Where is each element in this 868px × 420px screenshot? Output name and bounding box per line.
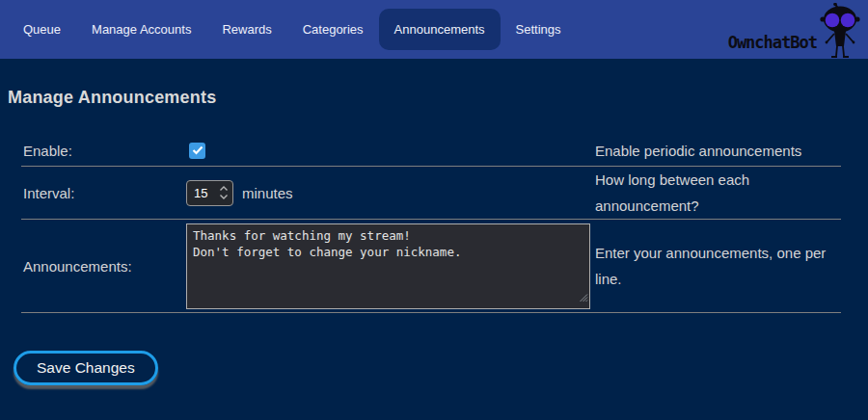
brand-logo: OwnchatBot bbox=[728, 0, 862, 59]
interval-label: Interval: bbox=[21, 185, 186, 201]
nav-item-manage-accounts[interactable]: Manage Accounts bbox=[76, 9, 206, 50]
announcements-label: Announcements: bbox=[21, 258, 186, 275]
brand-name: OwnchatBot bbox=[728, 33, 817, 59]
nav-item-queue[interactable]: Queue bbox=[8, 9, 76, 50]
enable-label: Enable: bbox=[21, 143, 186, 159]
announcements-settings-form: Enable: Enable periodic announcements In… bbox=[21, 135, 841, 313]
interval-input[interactable]: 15 bbox=[186, 180, 233, 206]
nav-item-announcements[interactable]: Announcements bbox=[379, 9, 501, 50]
form-row-announcements: Announcements: Thanks for watching my st… bbox=[21, 220, 841, 313]
form-row-interval: Interval: 15 minutes How long between ea… bbox=[21, 167, 841, 220]
robot-mascot-icon bbox=[818, 3, 862, 63]
nav-item-rewards[interactable]: Rewards bbox=[206, 9, 286, 50]
interval-unit-label: minutes bbox=[242, 185, 293, 201]
top-nav-bar: Queue Manage Accounts Rewards Categories… bbox=[0, 0, 868, 59]
enable-help-text: Enable periodic announcements bbox=[595, 138, 841, 164]
nav-item-categories[interactable]: Categories bbox=[287, 9, 379, 50]
nav-item-settings[interactable]: Settings bbox=[501, 9, 577, 50]
page-title: Manage Announcements bbox=[8, 88, 868, 108]
enable-checkbox[interactable] bbox=[189, 143, 205, 159]
form-row-enable: Enable: Enable periodic announcements bbox=[21, 135, 841, 167]
announcements-textarea[interactable]: Thanks for watching my stream! Don't for… bbox=[186, 223, 590, 309]
announcements-help-text: Enter your announcements, one per line. bbox=[595, 240, 841, 292]
checkmark-icon bbox=[192, 142, 203, 159]
up-down-chevrons-icon[interactable] bbox=[219, 185, 232, 200]
interval-help-text: How long between each announcement? bbox=[595, 167, 841, 219]
interval-value: 15 bbox=[187, 186, 219, 200]
save-changes-button[interactable]: Save Changes bbox=[14, 351, 158, 385]
